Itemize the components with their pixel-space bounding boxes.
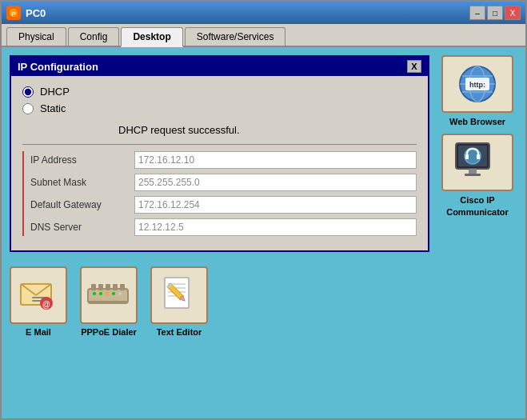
svg-text:P: P [11, 10, 16, 18]
divider [22, 144, 417, 145]
ip-config-body: DHCP Static DHCP request successful. [11, 76, 428, 250]
title-controls: – □ X [469, 6, 521, 20]
default-gateway-input[interactable] [134, 196, 417, 214]
svg-point-17 [106, 292, 109, 295]
email-icon: @ [16, 273, 61, 318]
dns-server-input[interactable] [134, 218, 417, 236]
text-editor-icon-box [150, 266, 208, 324]
bottom-icons: @ E Mail [10, 260, 429, 337]
cisco-communicator-icon-box [441, 134, 513, 191]
title-bar-left: P PC0 [6, 6, 46, 20]
radio-group: DHCP Static [22, 86, 417, 114]
left-panel: IP Configuration X DHCP Static [10, 55, 429, 410]
web-browser-icon-box: http: [441, 55, 513, 113]
svg-rect-42 [477, 154, 480, 159]
title-bar: P PC0 – □ X [2, 2, 525, 24]
ip-config-title-label: IP Configuration [18, 61, 98, 73]
default-gateway-label: Default Gateway [30, 199, 134, 210]
text-editor-icon-item[interactable]: Text Editor [150, 266, 208, 337]
pppoe-icon-item[interactable]: PPPoE Dialer [80, 266, 138, 337]
window-title: PC0 [26, 7, 46, 19]
dns-server-row: DNS Server [30, 218, 417, 236]
dhcp-radio[interactable] [22, 86, 34, 98]
email-icon-box: @ [10, 266, 67, 324]
tab-config[interactable]: Config [68, 27, 120, 46]
svg-rect-40 [465, 174, 481, 176]
dhcp-message-row: DHCP request successful. [22, 124, 417, 136]
ip-fields-group: IP Address Subnet Mask Default Gateway [22, 151, 417, 236]
svg-rect-14 [120, 284, 125, 290]
maximize-button[interactable]: □ [487, 6, 503, 20]
svg-rect-20 [88, 301, 128, 303]
subnet-mask-input[interactable] [134, 174, 417, 191]
default-gateway-row: Default Gateway [30, 196, 417, 214]
svg-rect-10 [91, 284, 96, 290]
svg-rect-41 [465, 154, 469, 159]
ip-address-row: IP Address [30, 151, 417, 169]
svg-rect-13 [113, 284, 118, 290]
tab-software[interactable]: Software/Services [185, 27, 286, 46]
web-browser-label: Web Browser [449, 116, 505, 127]
pppoe-icon-box [80, 266, 138, 324]
dhcp-radio-item[interactable]: DHCP [22, 86, 417, 98]
static-radio-item[interactable]: Static [22, 102, 417, 114]
ip-config-titlebar: IP Configuration X [11, 57, 428, 76]
email-label: E Mail [26, 327, 51, 337]
main-window: P PC0 – □ X Physical Config Desktop Soft… [0, 0, 527, 420]
static-radio[interactable] [22, 103, 34, 114]
svg-point-19 [118, 292, 122, 295]
ip-config-dialog: IP Configuration X DHCP Static [10, 55, 429, 252]
dns-server-label: DNS Server [30, 222, 134, 233]
svg-rect-11 [98, 284, 103, 290]
ip-config-close-button[interactable]: X [407, 60, 421, 73]
static-label: Static [40, 102, 66, 114]
ip-address-label: IP Address [30, 154, 134, 166]
right-panel: http: Web Browser [437, 55, 517, 410]
subnet-mask-row: Subnet Mask [30, 174, 417, 191]
tab-desktop[interactable]: Desktop [121, 27, 182, 47]
svg-text:@: @ [42, 300, 50, 309]
svg-point-18 [112, 292, 115, 295]
app-icon: P [6, 6, 21, 20]
email-icon-item[interactable]: @ E Mail [10, 266, 67, 337]
svg-rect-12 [106, 284, 110, 290]
svg-point-15 [93, 292, 96, 295]
minimize-button[interactable]: – [469, 6, 485, 20]
svg-text:http:: http: [469, 81, 485, 89]
text-editor-label: Text Editor [157, 327, 202, 337]
dhcp-status-message: DHCP request successful. [118, 124, 240, 136]
ip-address-input[interactable] [134, 151, 417, 169]
svg-rect-39 [469, 169, 477, 174]
tab-physical[interactable]: Physical [6, 27, 66, 46]
desktop-content: IP Configuration X DHCP Static [2, 47, 525, 418]
cisco-communicator-icon-item[interactable]: Cisco IP Communicator [437, 134, 517, 218]
cisco-communicator-label: Cisco IP Communicator [446, 194, 509, 218]
pppoe-icon [85, 273, 133, 318]
tab-bar: Physical Config Desktop Software/Service… [2, 24, 525, 47]
web-browser-icon-item[interactable]: http: Web Browser [437, 55, 517, 127]
svg-point-16 [99, 292, 102, 295]
text-editor-icon [157, 273, 202, 318]
dhcp-label: DHCP [40, 86, 70, 98]
subnet-mask-label: Subnet Mask [30, 177, 134, 188]
pppoe-label: PPPoE Dialer [81, 327, 137, 337]
web-browser-icon: http: [449, 60, 505, 108]
cisco-communicator-icon [449, 138, 505, 186]
window-close-button[interactable]: X [505, 6, 521, 20]
